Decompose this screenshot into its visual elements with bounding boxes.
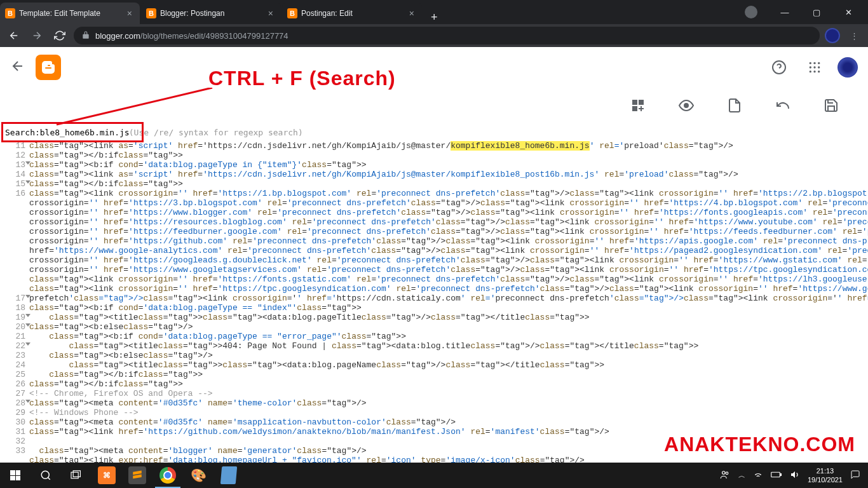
search-button[interactable]	[31, 463, 61, 488]
svg-point-18	[722, 471, 725, 475]
svg-rect-16	[71, 472, 78, 478]
code-area[interactable]: 1112131415161718192021222324252627282930…	[0, 123, 868, 471]
tab-close-icon[interactable]: ×	[407, 8, 417, 18]
tab-close-icon[interactable]: ×	[125, 8, 135, 18]
svg-point-13	[684, 104, 688, 107]
svg-point-1	[810, 62, 811, 64]
code-content[interactable]: class="tag"><link as='script' href='http…	[29, 141, 868, 465]
browser-urlbar: blogger.com/blog/themes/edit/49893100479…	[0, 24, 868, 47]
svg-point-9	[818, 71, 820, 72]
tray-overflow-icon[interactable]: ︿	[738, 471, 745, 480]
tab-close-icon[interactable]: ×	[266, 8, 276, 18]
svg-rect-10	[632, 100, 637, 105]
extension-icon[interactable]	[825, 28, 840, 43]
clock[interactable]: 21:13 19/10/2021	[808, 466, 843, 484]
search-hint: (Use /re/ syntax for regexp search)	[129, 128, 303, 137]
svg-point-15	[41, 471, 49, 478]
minimize-button[interactable]: ―	[770, 0, 799, 24]
windows-taskbar: ⌘ 🎨 ︿ 21:13 19/10/2021	[0, 463, 868, 488]
paint-taskbar-icon[interactable]: 🎨	[183, 463, 214, 488]
svg-rect-11	[639, 100, 644, 105]
blogger-favicon-icon: B	[287, 8, 297, 18]
svg-rect-17	[73, 471, 80, 477]
code-editor[interactable]: Search: (Use /re/ syntax for regexp sear…	[0, 123, 868, 471]
wifi-icon[interactable]	[753, 470, 763, 481]
line-gutter: 1112131415161718192021222324252627282930…	[0, 141, 29, 465]
blogger-favicon-icon: B	[5, 8, 15, 18]
annotation-box	[1, 122, 144, 142]
tab-title: Postingan: Edit	[301, 9, 403, 18]
forward-button[interactable]	[28, 27, 46, 44]
close-window-button[interactable]: ✕	[834, 0, 863, 24]
help-button[interactable]	[766, 55, 792, 80]
chrome-profile-icon[interactable]	[745, 6, 757, 18]
start-button[interactable]	[0, 463, 31, 488]
svg-point-5	[813, 66, 815, 68]
sublime-taskbar-icon[interactable]	[122, 463, 153, 488]
apps-grid-button[interactable]	[802, 55, 827, 80]
volume-icon[interactable]	[790, 470, 800, 481]
tab-title: Template: Edit Template	[19, 9, 121, 18]
svg-rect-12	[632, 106, 637, 111]
tab-title: Blogger: Postingan	[160, 9, 262, 18]
xampp-taskbar-icon[interactable]: ⌘	[92, 463, 122, 488]
lock-icon	[81, 30, 90, 41]
blogger-favicon-icon: B	[146, 8, 156, 18]
browser-tab-2[interactable]: B Blogger: Postingan ×	[141, 3, 281, 24]
chrome-menu-button[interactable]: ⋮	[845, 27, 863, 44]
battery-icon[interactable]	[771, 471, 782, 480]
chrome-taskbar-icon[interactable]	[153, 463, 183, 488]
people-icon[interactable]	[719, 469, 731, 482]
preview-button[interactable]	[675, 94, 698, 117]
url-text: blogger.com/blog/themes/edit/49893100479…	[95, 31, 288, 41]
svg-point-4	[810, 66, 811, 68]
user-avatar[interactable]	[837, 57, 858, 78]
svg-point-7	[810, 71, 811, 72]
browser-tab-3[interactable]: B Postingan: Edit ×	[282, 3, 422, 24]
editor-toolbar	[0, 88, 868, 123]
task-view-button[interactable]	[61, 463, 92, 488]
blogger-header	[0, 47, 868, 88]
format-button[interactable]	[723, 94, 746, 117]
undo-button[interactable]	[771, 94, 794, 117]
svg-point-2	[813, 62, 815, 64]
notifications-icon[interactable]	[850, 470, 860, 481]
maximize-button[interactable]: ▢	[802, 0, 831, 24]
svg-point-6	[818, 66, 820, 68]
reload-button[interactable]	[51, 27, 69, 44]
system-tray: ︿ 21:13 19/10/2021	[719, 466, 868, 484]
window-controls: ― ▢ ✕	[770, 0, 868, 24]
blogger-back-button[interactable]	[10, 58, 25, 76]
address-bar[interactable]: blogger.com/blog/themes/edit/49893100479…	[74, 27, 820, 44]
svg-point-3	[818, 62, 820, 64]
svg-point-8	[813, 71, 815, 72]
browser-tab-1[interactable]: B Template: Edit Template ×	[0, 3, 140, 24]
widgets-button[interactable]	[627, 94, 649, 117]
notes-taskbar-icon[interactable]	[214, 463, 244, 488]
browser-titlebar: B Template: Edit Template × B Blogger: P…	[0, 0, 868, 24]
new-tab-button[interactable]: +	[423, 11, 445, 24]
svg-point-19	[726, 472, 728, 475]
back-button[interactable]	[5, 27, 23, 44]
watermark: ANAKTEKNO.COM	[664, 433, 855, 456]
blogger-logo-icon[interactable]	[36, 55, 61, 80]
annotation-label: CTRL + F (Search)	[208, 67, 396, 90]
save-button[interactable]	[820, 94, 843, 117]
svg-rect-20	[771, 472, 780, 477]
svg-rect-21	[780, 474, 782, 476]
tabs-area: B Template: Edit Template × B Blogger: P…	[0, 0, 745, 24]
